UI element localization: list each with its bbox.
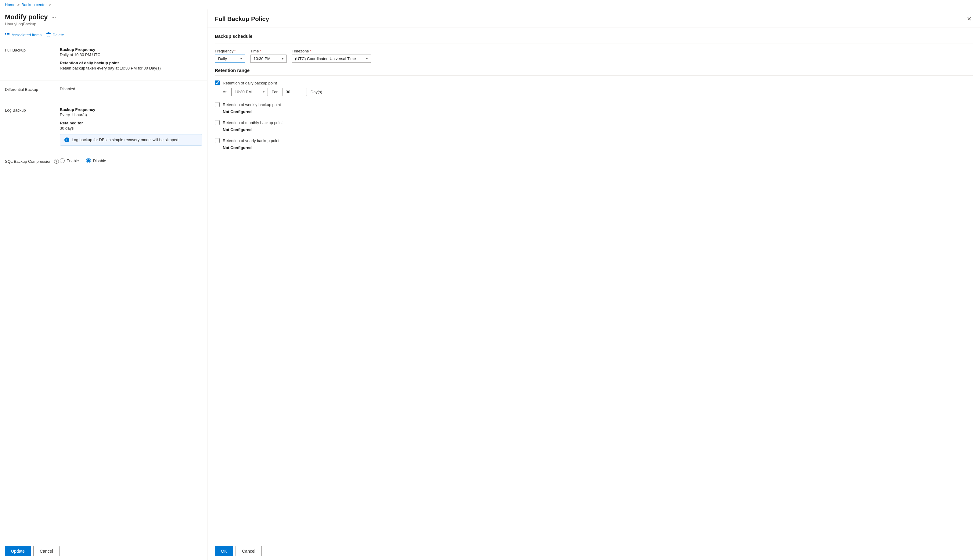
backup-schedule-heading: Backup schedule bbox=[215, 33, 973, 39]
breadcrumb-home[interactable]: Home bbox=[5, 2, 15, 7]
left-content: Full Backup Backup Frequency Daily at 10… bbox=[0, 41, 207, 542]
svg-rect-3 bbox=[7, 35, 10, 35]
close-button[interactable]: ✕ bbox=[966, 14, 973, 23]
daily-at-select[interactable]: 10:30 PM ▾ bbox=[231, 88, 268, 96]
yearly-retention-checkbox[interactable] bbox=[215, 138, 220, 143]
policy-name: HourlyLogBackup bbox=[5, 22, 202, 26]
svg-rect-5 bbox=[7, 36, 10, 36]
weekly-retention-checkbox[interactable] bbox=[215, 102, 220, 107]
retention-daily-title: Retention of daily backup point bbox=[60, 61, 202, 65]
differential-backup-detail: Disabled bbox=[60, 87, 202, 95]
time-group: Time* 10:30 PM ▾ bbox=[250, 49, 287, 63]
daily-retention-checkbox[interactable] bbox=[215, 80, 220, 85]
compression-options: Enable Disable bbox=[60, 158, 202, 163]
backup-frequency-title: Backup Frequency bbox=[60, 47, 202, 52]
toolbar: Associated items Delete bbox=[0, 29, 207, 41]
timezone-value: (UTC) Coordinated Universal Time bbox=[295, 57, 356, 61]
daily-days-label: Day(s) bbox=[311, 90, 322, 94]
differential-backup-label: Differential Backup bbox=[5, 87, 60, 95]
weekly-retention-item: Retention of weekly backup point Not Con… bbox=[215, 102, 973, 114]
monthly-retention-label: Retention of monthly backup point bbox=[223, 120, 283, 125]
delete-button[interactable]: Delete bbox=[46, 31, 64, 38]
log-retain-value: 30 days bbox=[60, 126, 202, 130]
list-icon bbox=[5, 32, 10, 37]
delete-label: Delete bbox=[52, 33, 64, 37]
log-freq-title: Backup Frequency bbox=[60, 107, 202, 112]
page-title: Modify policy bbox=[5, 13, 48, 21]
time-chevron: ▾ bbox=[282, 57, 283, 60]
time-label: Time* bbox=[250, 49, 287, 53]
retention-range-section: Retention range Retention of daily backu… bbox=[215, 68, 973, 150]
ok-button[interactable]: OK bbox=[215, 546, 233, 556]
daily-retention-header: Retention of daily backup point bbox=[215, 80, 973, 85]
monthly-retention-item: Retention of monthly backup point Not Co… bbox=[215, 120, 973, 132]
log-backup-section: Log Backup Backup Frequency Every 1 hour… bbox=[0, 101, 207, 152]
timezone-chevron: ▾ bbox=[366, 57, 368, 60]
right-panel: Full Backup Policy ✕ Backup schedule Fre… bbox=[207, 10, 980, 560]
daily-at-chevron: ▾ bbox=[263, 90, 264, 93]
breadcrumb-backup-center[interactable]: Backup center bbox=[21, 2, 47, 7]
right-footer: OK Cancel bbox=[207, 542, 980, 560]
log-info-text: Log backup for DBs in simple recovery mo… bbox=[72, 137, 179, 142]
svg-rect-0 bbox=[5, 33, 6, 34]
retention-range-heading: Retention range bbox=[215, 68, 973, 73]
log-backup-label: Log Backup bbox=[5, 107, 60, 146]
sql-compression-label: SQL Backup Compression ? bbox=[5, 158, 60, 164]
frequency-select[interactable]: Daily ▾ bbox=[215, 55, 245, 63]
left-panel: Modify policy ··· HourlyLogBackup Associ… bbox=[0, 10, 207, 560]
associated-items-button[interactable]: Associated items bbox=[5, 31, 42, 38]
frequency-group: Frequency* Daily ▾ bbox=[215, 49, 245, 63]
frequency-label: Frequency* bbox=[215, 49, 245, 53]
weekly-not-configured: Not Configured bbox=[223, 110, 973, 114]
full-backup-detail: Backup Frequency Daily at 10:30 PM UTC R… bbox=[60, 47, 202, 74]
for-label: For bbox=[271, 90, 278, 94]
frequency-value: Daily bbox=[218, 57, 227, 61]
disable-label: Disable bbox=[93, 158, 106, 163]
yearly-retention-label: Retention of yearly backup point bbox=[223, 138, 279, 143]
daily-retention-sub: At 10:30 PM ▾ For Day(s) bbox=[223, 88, 973, 96]
weekly-retention-label: Retention of weekly backup point bbox=[223, 102, 281, 107]
timezone-label: Timezone* bbox=[292, 49, 371, 53]
update-button[interactable]: Update bbox=[5, 546, 31, 556]
timezone-select[interactable]: (UTC) Coordinated Universal Time ▾ bbox=[292, 55, 371, 63]
schedule-form-row: Frequency* Daily ▾ Time* 10:30 PM ▾ bbox=[215, 49, 973, 63]
left-footer: Update Cancel bbox=[0, 542, 207, 560]
monthly-retention-checkbox[interactable] bbox=[215, 120, 220, 125]
yearly-retention-header: Retention of yearly backup point bbox=[215, 138, 973, 143]
log-backup-detail: Backup Frequency Every 1 hour(s) Retaine… bbox=[60, 107, 202, 146]
left-cancel-button[interactable]: Cancel bbox=[33, 546, 60, 556]
sql-compression-detail: Enable Disable bbox=[60, 158, 202, 164]
left-header: Modify policy ··· HourlyLogBackup bbox=[0, 10, 207, 29]
delete-icon bbox=[46, 32, 51, 37]
sql-compression-section: SQL Backup Compression ? Enable Disable bbox=[0, 152, 207, 170]
enable-radio[interactable] bbox=[60, 158, 65, 163]
yearly-retention-item: Retention of yearly backup point Not Con… bbox=[215, 138, 973, 150]
disable-radio[interactable] bbox=[86, 158, 91, 163]
right-cancel-button[interactable]: Cancel bbox=[236, 546, 262, 556]
time-select[interactable]: 10:30 PM ▾ bbox=[250, 55, 287, 63]
enable-radio-option[interactable]: Enable bbox=[60, 158, 79, 163]
help-icon[interactable]: ? bbox=[54, 159, 59, 164]
differential-value: Disabled bbox=[60, 87, 202, 91]
info-icon: i bbox=[64, 137, 69, 142]
full-backup-section: Full Backup Backup Frequency Daily at 10… bbox=[0, 41, 207, 80]
right-header: Full Backup Policy ✕ bbox=[207, 10, 980, 27]
log-info-box: i Log backup for DBs in simple recovery … bbox=[60, 134, 202, 146]
more-options-button[interactable]: ··· bbox=[50, 14, 57, 20]
svg-rect-7 bbox=[48, 32, 49, 33]
daily-at-value: 10:30 PM bbox=[235, 90, 252, 94]
disable-radio-option[interactable]: Disable bbox=[86, 158, 106, 163]
svg-rect-4 bbox=[5, 36, 6, 36]
monthly-retention-header: Retention of monthly backup point bbox=[215, 120, 973, 125]
time-value: 10:30 PM bbox=[254, 57, 271, 61]
at-label: At bbox=[223, 90, 226, 94]
weekly-retention-header: Retention of weekly backup point bbox=[215, 102, 973, 107]
right-content: Backup schedule Frequency* Daily ▾ Time* bbox=[207, 27, 980, 542]
daily-for-input[interactable] bbox=[283, 88, 307, 96]
retention-daily-value: Retain backup taken every day at 10:30 P… bbox=[60, 66, 202, 70]
full-backup-label: Full Backup bbox=[5, 47, 60, 74]
differential-backup-section: Differential Backup Disabled bbox=[0, 80, 207, 101]
right-panel-title: Full Backup Policy bbox=[215, 15, 269, 23]
daily-retention-item: Retention of daily backup point At 10:30… bbox=[215, 80, 973, 96]
log-freq-value: Every 1 hour(s) bbox=[60, 112, 202, 117]
